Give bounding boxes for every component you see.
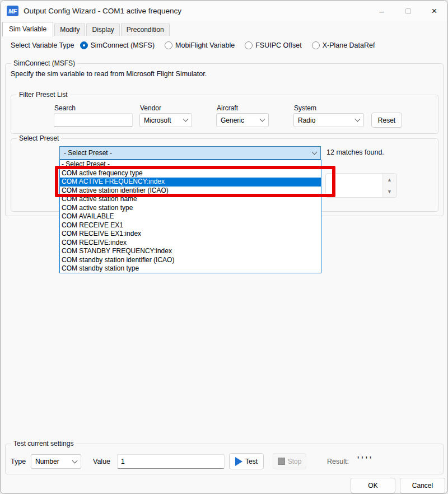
test-button[interactable]: Test: [229, 453, 264, 469]
index-spinner-value[interactable]: [326, 174, 382, 197]
vendor-select[interactable]: Microsoft: [139, 113, 192, 127]
maximize-button[interactable]: [395, 1, 421, 21]
preset-option[interactable]: COM RECEIVE EX1: [60, 221, 321, 230]
preset-option[interactable]: COM active station identifier (ICAO): [60, 187, 321, 195]
simconnect-description: Specify the sim variable to read from Mi…: [11, 70, 207, 78]
stop-button[interactable]: Stop: [273, 453, 306, 469]
preset-dropdown-list: - Select Preset -COM active frequency ty…: [59, 160, 321, 273]
dialog-window: MF Output Config Wizard - COM1 active fr…: [0, 0, 448, 494]
radio-x-plane-dataref[interactable]: X-Plane DataRef: [312, 41, 375, 49]
search-label: Search: [54, 104, 76, 112]
radio-label: SimConnect (MSFS): [91, 41, 155, 49]
radio-button-icon: [165, 41, 172, 49]
value-input[interactable]: [117, 454, 225, 469]
preset-option[interactable]: COM RECEIVE:index: [60, 239, 321, 248]
radio-simconnect-msfs[interactable]: SimConnect (MSFS): [80, 41, 155, 49]
chevron-down-icon: [260, 116, 265, 122]
preset-option[interactable]: COM active station type: [60, 204, 321, 213]
preset-option[interactable]: COM standby station identifier (ICAO): [60, 256, 321, 265]
maximize-icon: [405, 8, 411, 14]
aircraft-select[interactable]: Generic: [216, 113, 269, 127]
result-value: '''': [357, 455, 374, 464]
mobiflight-logo-icon: MF: [7, 6, 18, 16]
aircraft-label: Aircraft: [217, 104, 238, 112]
test-group-label: Test current settings: [11, 440, 76, 448]
search-input[interactable]: [54, 113, 133, 127]
stop-icon: [278, 458, 285, 465]
tab-modify[interactable]: Modify: [54, 24, 85, 36]
minimize-icon: –: [379, 6, 384, 16]
cancel-button[interactable]: Cancel: [400, 478, 445, 493]
radio-label: X-Plane DataRef: [323, 41, 375, 49]
window-title: Output Config Wizard - COM1 active frequ…: [24, 7, 181, 15]
simconnect-group-label: SimConnect (MSFS): [11, 59, 77, 67]
preset-group-label: Select Preset: [17, 134, 61, 142]
tab-sim-variable[interactable]: Sim Variable: [2, 22, 53, 36]
preset-option[interactable]: COM STANDBY FREQUENCY:index: [60, 247, 321, 256]
system-select[interactable]: Radio: [293, 113, 364, 127]
chevron-down-icon: [72, 458, 78, 463]
result-label: Result:: [327, 458, 349, 465]
ok-button[interactable]: OK: [351, 478, 395, 493]
preset-option[interactable]: COM standby station type: [60, 264, 321, 273]
preset-option[interactable]: - Select Preset -: [60, 160, 321, 169]
chevron-down-icon: [312, 149, 318, 155]
matches-found-text: 12 matches found.: [326, 148, 384, 156]
tab-precondition[interactable]: Precondition: [121, 24, 170, 36]
radio-button-icon: [312, 41, 320, 49]
minimize-button[interactable]: –: [368, 1, 395, 21]
preset-option[interactable]: COM AVAILABLE: [60, 212, 321, 221]
arrow-up-icon: ▲: [387, 177, 392, 183]
tab-display[interactable]: Display: [86, 24, 119, 36]
type-label: Type: [11, 458, 26, 465]
arrow-down-icon: ▼: [387, 189, 392, 194]
preset-option[interactable]: COM ACTIVE FREQUENCY:index: [60, 178, 321, 187]
preset-option[interactable]: COM active frequency type: [60, 169, 321, 178]
close-icon: ×: [432, 6, 437, 17]
close-button[interactable]: ×: [421, 1, 447, 21]
variable-type-options: SimConnect (MSFS)MobiFlight VariableFSUI…: [80, 41, 385, 49]
vendor-label: Vendor: [140, 104, 161, 112]
index-spinner[interactable]: ▲ ▼: [325, 173, 397, 198]
title-bar: MF Output Config Wizard - COM1 active fr…: [1, 1, 447, 21]
preset-option[interactable]: COM RECEIVE EX1:index: [60, 230, 321, 239]
radio-button-icon: [80, 41, 88, 49]
chevron-down-icon: [355, 116, 361, 122]
spinner-down-button[interactable]: ▼: [382, 185, 396, 197]
filter-group-label: Filter Preset List: [17, 91, 70, 99]
spinner-up-button[interactable]: ▲: [382, 174, 396, 185]
preset-option[interactable]: COM active station name: [60, 195, 321, 204]
chevron-down-icon: [183, 116, 189, 122]
variable-type-row: Select Variable Type SimConnect (MSFS)Mo…: [11, 41, 385, 49]
tab-strip: Sim VariableModifyDisplayPrecondition: [2, 22, 171, 36]
preset-select[interactable]: - Select Preset -: [59, 146, 321, 160]
variable-type-caption: Select Variable Type: [11, 41, 74, 49]
system-label: System: [294, 104, 316, 112]
value-label: Value: [93, 458, 110, 465]
radio-label: FSUIPC Offset: [255, 41, 301, 49]
radio-button-icon: [245, 41, 253, 49]
radio-label: MobiFlight Variable: [175, 41, 235, 49]
radio-fsuipc-offset[interactable]: FSUIPC Offset: [245, 41, 301, 49]
play-icon: [235, 457, 242, 466]
radio-mobiflight-variable[interactable]: MobiFlight Variable: [165, 41, 235, 49]
type-select[interactable]: Number: [31, 454, 81, 469]
reset-button[interactable]: Reset: [371, 113, 402, 128]
